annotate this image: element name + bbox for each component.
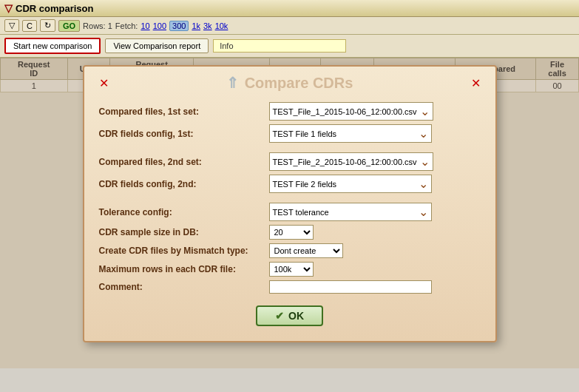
go-button[interactable]: GO (58, 20, 80, 32)
compared-files-1st-row: Compared files, 1st set: TEST_File_1_201… (99, 102, 481, 121)
compared-files-1st-select[interactable]: TEST_File_1_2015-10-06_12:00:00.csv ⌄ (269, 102, 433, 121)
create-cdr-control: Dont create Create (269, 243, 481, 258)
modal-title: ⇑ Compare CDRs (109, 74, 471, 92)
form-section: Compared files, 1st set: TEST_File_1_201… (99, 102, 481, 294)
filter-button[interactable]: ▽ (4, 19, 19, 32)
cdr-fields-1st-select[interactable]: TEST File 1 fields ⌄ (269, 124, 432, 143)
compared-files-2nd-control: TEST_File_2_2015-10-06_12:00:00.csv ⌄ (269, 152, 481, 171)
compared-files-1st-label: Compared files, 1st set: (99, 107, 269, 117)
comment-control (269, 280, 481, 294)
max-rows-select[interactable]: 100k 50k 10k (269, 262, 314, 277)
cdr-fields-2nd-select[interactable]: TEST File 2 fields ⌄ (269, 175, 432, 193)
comment-label: Comment: (99, 282, 269, 292)
start-comparison-button[interactable]: Start new comparison (4, 38, 101, 54)
max-rows-label: Maximum rows in each CDR file: (99, 264, 269, 274)
app-title: CDR comparison (16, 3, 93, 14)
create-cdr-select[interactable]: Dont create Create (269, 243, 343, 258)
refresh-button[interactable]: C (22, 20, 37, 32)
tolerance-label: Tolerance config: (99, 207, 269, 217)
cdr-fields-1st-label: CDR fields config, 1st: (99, 129, 269, 139)
max-rows-control: 100k 50k 10k (269, 262, 481, 277)
fetch-3k-button[interactable]: 3k (203, 21, 212, 30)
action-bar: Start new comparison View Comparison rep… (0, 35, 579, 58)
fetch-10k-button[interactable]: 10k (215, 21, 228, 30)
max-rows-row: Maximum rows in each CDR file: 100k 50k … (99, 262, 481, 277)
compare-icon: ⇑ (226, 74, 239, 92)
chevron-down-icon: ⌄ (419, 177, 428, 191)
info-box: Info (213, 39, 346, 53)
ok-label: OK (288, 310, 304, 322)
chevron-down-icon: ⌄ (419, 205, 428, 219)
chevron-down-icon: ⌄ (420, 104, 430, 118)
modal-header: ✕ ⇑ Compare CDRs ✕ (99, 74, 481, 92)
comment-input[interactable] (269, 280, 432, 294)
cdr-fields-1st-row: CDR fields config, 1st: TEST File 1 fiel… (99, 124, 481, 143)
toolbar: ▽ C ↻ GO Rows: 1 Fetch: 10 100 300 1k 3k… (0, 17, 579, 35)
compared-files-2nd-row: Compared files, 2nd set: TEST_File_2_201… (99, 152, 481, 171)
cdr-fields-1st-control: TEST File 1 fields ⌄ (269, 124, 481, 143)
title-bar: ▽ CDR comparison (0, 0, 579, 17)
chevron-down-icon: ⌄ (419, 126, 428, 141)
tolerance-select[interactable]: TEST tolerance ⌄ (269, 203, 432, 221)
tolerance-control: TEST tolerance ⌄ (269, 203, 481, 221)
cdr-fields-1st-value: TEST File 1 fields (273, 129, 337, 138)
modal-close-left-button[interactable]: ✕ (99, 76, 109, 90)
sample-size-select[interactable]: 20 50 100 (269, 225, 314, 240)
fetch-10-button[interactable]: 10 (140, 21, 149, 30)
tolerance-value: TEST tolerance (273, 208, 329, 217)
modal-overlay: ✕ ⇑ Compare CDRs ✕ Compared files, 1st s… (0, 58, 579, 368)
compared-files-1st-value: TEST_File_1_2015-10-06_12:00:00.csv (273, 107, 417, 116)
tolerance-row: Tolerance config: TEST tolerance ⌄ (99, 203, 481, 221)
modal-title-text: Compare CDRs (245, 75, 353, 92)
create-cdr-label: Create CDR files by Mismatch type: (99, 246, 269, 256)
modal-close-right-button[interactable]: ✕ (471, 76, 481, 90)
ok-button[interactable]: ✔ OK (256, 305, 323, 326)
app-icon: ▽ (4, 2, 13, 14)
cdr-fields-2nd-label: CDR fields config, 2nd: (99, 179, 269, 189)
checkmark-icon: ✔ (275, 310, 284, 322)
cdr-fields-2nd-row: CDR fields config, 2nd: TEST File 2 fiel… (99, 175, 481, 193)
compared-files-2nd-label: Compared files, 2nd set: (99, 157, 269, 167)
fetch-label: Fetch: (115, 21, 138, 30)
cdr-fields-2nd-control: TEST File 2 fields ⌄ (269, 175, 481, 193)
create-cdr-row: Create CDR files by Mismatch type: Dont … (99, 243, 481, 258)
sample-size-control: 20 50 100 (269, 225, 481, 240)
compared-files-1st-control: TEST_File_1_2015-10-06_12:00:00.csv ⌄ (269, 102, 481, 121)
chevron-down-icon: ⌄ (420, 155, 430, 169)
fetch-1k-button[interactable]: 1k (192, 21, 200, 30)
fetch-300-button[interactable]: 300 (169, 21, 189, 31)
fetch-100-button[interactable]: 100 (153, 21, 166, 30)
main-area: RequestID User Requestdate Comment Done.… (0, 58, 579, 368)
compared-files-2nd-select[interactable]: TEST_File_2_2015-10-06_12:00:00.csv ⌄ (269, 152, 433, 171)
sample-size-row: CDR sample size in DB: 20 50 100 (99, 225, 481, 240)
sample-size-label: CDR sample size in DB: (99, 227, 269, 237)
compared-files-2nd-value: TEST_File_2_2015-10-06_12:00:00.csv (273, 158, 417, 166)
comment-row: Comment: (99, 280, 481, 294)
cdr-fields-2nd-value: TEST File 2 fields (273, 180, 337, 189)
rows-label: Rows: 1 (83, 21, 112, 30)
view-report-button[interactable]: View Comparison report (105, 38, 209, 53)
compare-cdrs-modal: ✕ ⇑ Compare CDRs ✕ Compared files, 1st s… (83, 65, 497, 342)
cycle-button[interactable]: ↻ (40, 19, 55, 32)
ok-button-wrap: ✔ OK (99, 305, 481, 326)
